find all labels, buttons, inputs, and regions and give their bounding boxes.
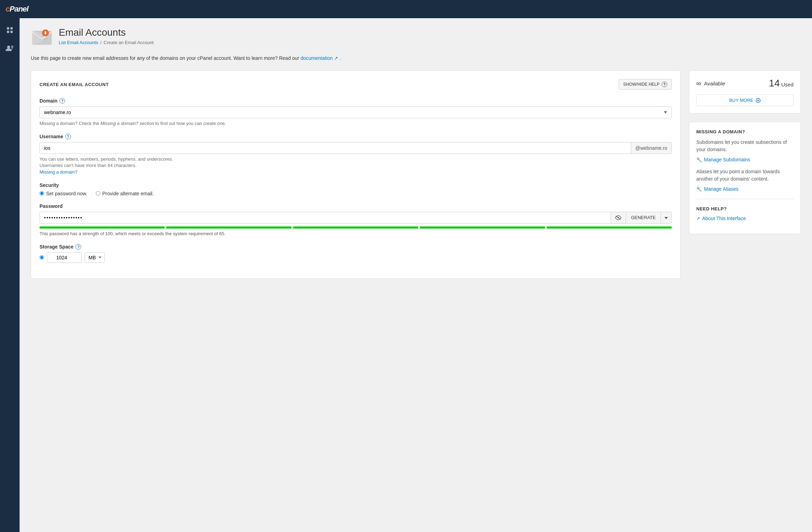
generate-dropdown-button[interactable] bbox=[661, 212, 671, 223]
generate-btn-group: GENERATE bbox=[626, 212, 671, 223]
generate-button[interactable]: GENERATE bbox=[626, 212, 661, 223]
domain-help-icon[interactable]: ? bbox=[59, 98, 65, 104]
missing-domain-title: MISSING A DOMAIN? bbox=[696, 129, 793, 134]
subdomains-text: Subdomains let you create subsections of… bbox=[696, 139, 793, 153]
storage-value-input[interactable] bbox=[47, 252, 82, 263]
username-label: Username ? bbox=[40, 134, 672, 139]
page-title: Email Accounts bbox=[59, 27, 154, 38]
strength-bar-3 bbox=[293, 226, 418, 229]
page-description: Use this page to create new email addres… bbox=[31, 55, 801, 62]
domain-label: Domain ? bbox=[40, 98, 672, 104]
domain-info-card: MISSING A DOMAIN? Subdomains let you cre… bbox=[689, 122, 801, 234]
manage-subdomains-link[interactable]: 🔧 Manage Subdomains bbox=[696, 157, 793, 162]
sidebar-item-home[interactable] bbox=[3, 24, 16, 36]
svg-rect-2 bbox=[7, 31, 9, 33]
info-panel: ∞ Available 14 Used BUY MORE bbox=[689, 70, 801, 243]
accounts-stats-card: ∞ Available 14 Used BUY MORE bbox=[689, 70, 801, 113]
storage-label: Storage Space ? bbox=[40, 244, 672, 250]
password-label: Password bbox=[40, 203, 672, 209]
wrench-icon-2: 🔧 bbox=[696, 187, 702, 192]
svg-point-5 bbox=[11, 46, 13, 48]
username-suffix: @webname.ro bbox=[631, 142, 671, 154]
stat-available: ∞ Available bbox=[696, 79, 725, 88]
storage-unit-select[interactable]: MB bbox=[85, 252, 105, 263]
sidebar-item-users[interactable] bbox=[3, 42, 16, 55]
show-hide-help-button[interactable]: SHOW/HIDE HELP ? bbox=[619, 79, 672, 90]
svg-rect-0 bbox=[7, 27, 9, 29]
form-card-header: CREATE AN EMAIL ACCOUNT SHOW/HIDE HELP ? bbox=[40, 79, 672, 90]
strength-bar-5 bbox=[547, 226, 672, 229]
security-options: Set password now. Provide alternate emai… bbox=[40, 191, 672, 196]
domain-hint: Missing a domain? Check the Missing a do… bbox=[40, 120, 672, 127]
form-card-title: CREATE AN EMAIL ACCOUNT bbox=[40, 82, 109, 87]
accounts-stats: ∞ Available 14 Used bbox=[696, 78, 793, 89]
security-radio-password[interactable] bbox=[40, 191, 44, 196]
security-label: Security bbox=[40, 182, 672, 188]
svg-point-10 bbox=[618, 217, 619, 218]
external-link-icon: ↗ bbox=[696, 216, 700, 221]
eye-slash-icon bbox=[615, 215, 621, 220]
stat-used: 14 Used bbox=[769, 78, 793, 89]
username-input-group: @webname.ro bbox=[40, 142, 672, 154]
username-group: Username ? @webname.ro You can use lette… bbox=[40, 134, 672, 175]
page-title-section: Email Accounts List Email Accounts / Cre… bbox=[59, 27, 154, 45]
manage-aliases-link[interactable]: 🔧 Manage Aliases bbox=[696, 186, 793, 192]
strength-bar-2 bbox=[166, 226, 291, 229]
password-input-group: GENERATE bbox=[40, 212, 672, 224]
question-icon: ? bbox=[662, 82, 667, 87]
buy-more-icon bbox=[756, 98, 761, 103]
strength-bar-4 bbox=[420, 226, 545, 229]
password-strength-bars bbox=[40, 226, 672, 229]
main-content: Email Accounts List Email Accounts / Cre… bbox=[20, 18, 812, 532]
svg-rect-1 bbox=[10, 27, 13, 29]
create-email-form-card: CREATE AN EMAIL ACCOUNT SHOW/HIDE HELP ?… bbox=[31, 70, 681, 279]
storage-help-icon[interactable]: ? bbox=[76, 244, 81, 250]
storage-radio[interactable] bbox=[40, 255, 44, 260]
divider bbox=[696, 199, 793, 199]
svg-rect-3 bbox=[10, 31, 13, 33]
username-hint: You can use letters, numbers, periods, h… bbox=[40, 156, 672, 175]
username-missing-domain-link[interactable]: Missing a domain? bbox=[40, 169, 77, 175]
security-group: Security Set password now. Provide alter… bbox=[40, 182, 672, 196]
domain-group: Domain ? webname.ro Missing a domain? Ch… bbox=[40, 98, 672, 127]
username-input[interactable] bbox=[40, 142, 631, 154]
breadcrumb: List Email Accounts / Create an Email Ac… bbox=[59, 40, 154, 45]
domain-select[interactable]: webname.ro bbox=[40, 106, 672, 118]
infinity-symbol: ∞ bbox=[696, 79, 701, 88]
documentation-link[interactable]: documentation ↗ bbox=[300, 55, 340, 61]
svg-point-4 bbox=[7, 46, 10, 49]
username-help-icon[interactable]: ? bbox=[65, 134, 71, 139]
security-option-password[interactable]: Set password now. bbox=[40, 191, 87, 196]
password-toggle-button[interactable] bbox=[611, 212, 626, 223]
breadcrumb-current: Create an Email Account bbox=[104, 40, 154, 45]
breadcrumb-link[interactable]: List Email Accounts bbox=[59, 40, 98, 45]
password-strength-text: This password has a strength of 100, whi… bbox=[40, 231, 672, 237]
aliases-text: Aliases let you point a domain towards a… bbox=[696, 168, 793, 183]
cpanel-logo: cPanel bbox=[6, 5, 28, 14]
top-nav: cPanel bbox=[0, 0, 812, 18]
security-option-alternate-email[interactable]: Provide alternate email. bbox=[96, 191, 154, 196]
email-accounts-icon bbox=[31, 27, 53, 49]
storage-input-group: MB bbox=[40, 252, 672, 263]
breadcrumb-separator: / bbox=[100, 40, 102, 45]
need-help-title: NEED HELP? bbox=[696, 206, 793, 211]
password-input[interactable] bbox=[40, 212, 611, 223]
security-radio-alternate[interactable] bbox=[96, 191, 100, 196]
page-header: Email Accounts List Email Accounts / Cre… bbox=[31, 27, 801, 49]
password-group: Password GENERATE bbox=[40, 203, 672, 237]
sidebar bbox=[0, 18, 20, 532]
strength-bar-1 bbox=[40, 226, 165, 229]
chevron-down-icon bbox=[664, 217, 668, 219]
storage-group: Storage Space ? MB bbox=[40, 244, 672, 263]
wrench-icon-1: 🔧 bbox=[696, 157, 702, 162]
about-this-interface-link[interactable]: ↗ About This Interface bbox=[696, 216, 793, 221]
buy-more-button[interactable]: BUY MORE bbox=[696, 94, 793, 106]
